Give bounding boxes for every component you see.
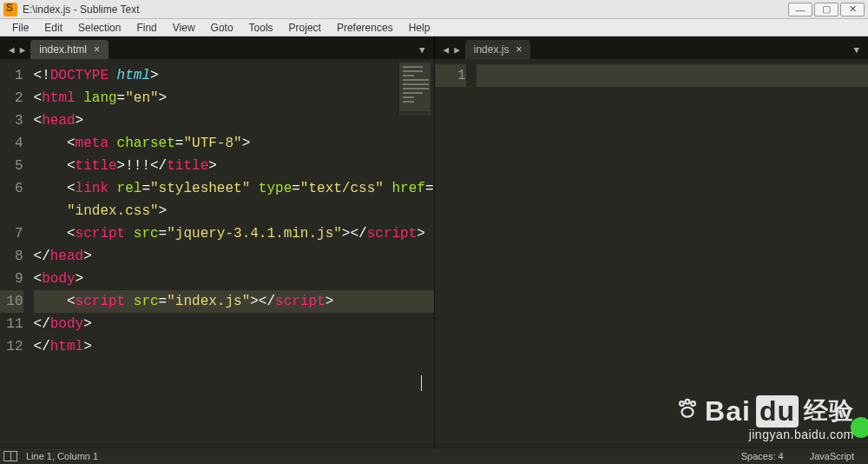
nav-forward-icon[interactable]: ▶ bbox=[454, 44, 460, 56]
app-icon bbox=[3, 3, 17, 17]
minimap[interactable] bbox=[399, 63, 431, 115]
code-token: = bbox=[141, 181, 150, 196]
code-token bbox=[34, 294, 67, 309]
tab-close-icon[interactable]: × bbox=[94, 43, 100, 56]
code-token: body bbox=[42, 271, 75, 287]
status-cursor-position[interactable]: Line 1, Column 1 bbox=[26, 451, 98, 461]
menu-preferences[interactable]: Preferences bbox=[330, 21, 400, 35]
menu-tools[interactable]: Tools bbox=[242, 21, 280, 35]
text-cursor-icon bbox=[421, 375, 422, 391]
line-number[interactable]: 8 bbox=[0, 245, 23, 268]
code-token: html bbox=[42, 90, 83, 106]
code-token: > bbox=[117, 158, 126, 174]
code-token: > bbox=[83, 339, 92, 355]
menu-goto[interactable]: Goto bbox=[204, 21, 240, 35]
line-number[interactable]: 7 bbox=[0, 222, 23, 245]
menu-project[interactable]: Project bbox=[282, 21, 328, 35]
right-editor-pane[interactable]: 1 bbox=[434, 59, 869, 447]
nav-back-icon[interactable]: ◀ bbox=[444, 44, 450, 56]
code-token: < bbox=[34, 271, 43, 287]
line-number[interactable]: 12 bbox=[0, 335, 23, 358]
code-token: > bbox=[159, 203, 168, 219]
menu-selection[interactable]: Selection bbox=[71, 21, 128, 35]
window-maximize-button[interactable]: ▢ bbox=[814, 3, 838, 17]
code-token: title bbox=[76, 158, 117, 174]
code-token: link bbox=[76, 181, 117, 196]
code-token: "index.css" bbox=[67, 203, 159, 219]
code-token: > bbox=[208, 158, 217, 174]
code-token: > bbox=[76, 113, 84, 129]
nav-back-icon[interactable]: ◀ bbox=[9, 44, 15, 56]
code-token: </ bbox=[259, 294, 275, 309]
menu-file[interactable]: File bbox=[5, 21, 36, 35]
line-number[interactable]: 3 bbox=[0, 109, 23, 132]
code-token: = bbox=[175, 136, 184, 151]
line-number[interactable] bbox=[0, 200, 23, 222]
line-number[interactable]: 6 bbox=[0, 177, 23, 200]
line-number[interactable]: 5 bbox=[0, 155, 23, 177]
menu-find[interactable]: Find bbox=[129, 21, 163, 35]
code-token: src bbox=[134, 226, 159, 242]
code-token: = bbox=[425, 181, 434, 196]
code-token: <! bbox=[34, 68, 50, 83]
code-token bbox=[34, 181, 67, 196]
editor-split: 1 2 3 4 5 6 7 8 9 10 11 12 <!DOCTYPE htm… bbox=[0, 59, 868, 447]
code-token: < bbox=[34, 90, 43, 106]
line-number[interactable]: 2 bbox=[0, 87, 23, 109]
code-token: "index.js" bbox=[167, 294, 250, 309]
line-number[interactable]: 1 bbox=[0, 64, 23, 87]
code-token: < bbox=[67, 158, 76, 174]
window-close-button[interactable]: ✕ bbox=[840, 3, 865, 17]
code-token: lang bbox=[83, 90, 116, 106]
window-minimize-button[interactable]: — bbox=[788, 3, 812, 17]
menu-view[interactable]: View bbox=[166, 21, 202, 35]
line-number[interactable]: 10 bbox=[0, 290, 23, 313]
code-token bbox=[34, 203, 67, 219]
tab-index-html[interactable]: index.html × bbox=[30, 40, 108, 59]
code-token: script bbox=[275, 294, 326, 309]
right-tabstrip: ◀ ▶ index.js × ▼ bbox=[434, 36, 869, 59]
line-number[interactable]: 1 bbox=[435, 64, 466, 87]
status-syntax-language[interactable]: JavaScript bbox=[810, 451, 854, 461]
code-token: </ bbox=[34, 249, 50, 264]
code-token: html bbox=[117, 68, 150, 83]
nav-forward-icon[interactable]: ▶ bbox=[20, 44, 26, 56]
tab-index-js[interactable]: index.js × bbox=[465, 40, 531, 59]
tab-dropdown-icon[interactable]: ▼ bbox=[419, 45, 434, 59]
status-indent-setting[interactable]: Spaces: 4 bbox=[741, 451, 784, 461]
code-area[interactable] bbox=[473, 59, 869, 447]
menu-help[interactable]: Help bbox=[402, 21, 437, 35]
tab-strips: ◀ ▶ index.html × ▼ ◀ ▶ index.js × ▼ bbox=[0, 36, 868, 59]
code-token: charset bbox=[117, 136, 175, 151]
code-token: body bbox=[50, 316, 83, 332]
window-titlebar: E:\index.js - Sublime Text — ▢ ✕ bbox=[0, 0, 868, 19]
panel-switcher-icon[interactable] bbox=[3, 451, 17, 461]
code-token: = bbox=[292, 181, 300, 196]
left-editor-pane[interactable]: 1 2 3 4 5 6 7 8 9 10 11 12 <!DOCTYPE htm… bbox=[0, 59, 434, 447]
code-token: > bbox=[76, 271, 84, 287]
tab-close-icon[interactable]: × bbox=[516, 43, 522, 56]
code-token: type bbox=[259, 181, 292, 196]
code-token: src bbox=[134, 294, 159, 309]
code-token: meta bbox=[76, 136, 117, 151]
tab-dropdown-icon[interactable]: ▼ bbox=[853, 45, 868, 59]
line-number[interactable]: 4 bbox=[0, 132, 23, 155]
code-token: = bbox=[159, 294, 168, 309]
window-title: E:\index.js - Sublime Text bbox=[23, 3, 140, 16]
code-token: "UTF-8" bbox=[183, 136, 241, 151]
line-number-gutter[interactable]: 1 bbox=[435, 59, 473, 447]
code-token: title bbox=[167, 158, 208, 174]
code-token: script bbox=[76, 226, 134, 242]
code-token: = bbox=[159, 226, 168, 242]
line-number[interactable]: 9 bbox=[0, 268, 23, 290]
line-number-gutter[interactable]: 1 2 3 4 5 6 7 8 9 10 11 12 bbox=[0, 59, 30, 447]
code-area[interactable]: <!DOCTYPE html> <html lang="en"> <head> … bbox=[30, 59, 434, 447]
menu-edit[interactable]: Edit bbox=[37, 21, 69, 35]
line-number[interactable]: 11 bbox=[0, 313, 23, 335]
code-token: rel bbox=[117, 181, 142, 196]
code-token: head bbox=[42, 113, 75, 129]
code-token: href bbox=[391, 181, 424, 196]
floating-badge-icon[interactable] bbox=[851, 417, 868, 438]
code-token: > bbox=[150, 68, 159, 83]
left-tabstrip: ◀ ▶ index.html × ▼ bbox=[0, 36, 434, 59]
